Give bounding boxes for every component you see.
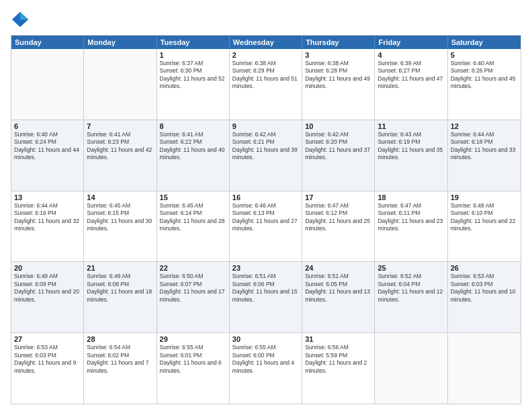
day-number: 18 xyxy=(378,193,444,201)
logo xyxy=(11,11,32,30)
cal-cell: 2Sunrise: 6:38 AMSunset: 6:29 PMDaylight… xyxy=(230,49,302,120)
cell-detail: Sunrise: 6:46 AMSunset: 6:13 PMDaylight:… xyxy=(232,202,299,233)
day-number: 1 xyxy=(160,51,226,59)
day-number: 14 xyxy=(87,193,153,201)
day-number: 13 xyxy=(14,193,81,201)
day-number: 29 xyxy=(160,335,226,343)
day-number: 5 xyxy=(451,51,518,59)
cell-detail: Sunrise: 6:52 AMSunset: 6:04 PMDaylight:… xyxy=(378,273,444,304)
cell-detail: Sunrise: 6:45 AMSunset: 6:15 PMDaylight:… xyxy=(87,202,153,233)
svg-marker-1 xyxy=(20,12,28,19)
cal-header-day: Friday xyxy=(375,36,447,49)
cal-cell: 4Sunrise: 6:39 AMSunset: 6:27 PMDaylight… xyxy=(375,49,447,120)
cal-cell: 20Sunrise: 6:49 AMSunset: 6:09 PMDayligh… xyxy=(11,262,84,332)
cal-cell: 15Sunrise: 6:45 AMSunset: 6:14 PMDayligh… xyxy=(157,191,230,262)
calendar-header: SundayMondayTuesdayWednesdayThursdayFrid… xyxy=(11,36,521,49)
day-number: 6 xyxy=(14,122,81,130)
cal-cell: 28Sunrise: 6:54 AMSunset: 6:02 PMDayligh… xyxy=(84,333,157,404)
cal-row: 6Sunrise: 6:40 AMSunset: 6:24 PMDaylight… xyxy=(11,120,521,191)
cal-header-day: Thursday xyxy=(302,36,375,49)
day-number: 9 xyxy=(232,122,299,130)
calendar-body: 1Sunrise: 6:37 AMSunset: 6:30 PMDaylight… xyxy=(11,49,521,404)
day-number: 30 xyxy=(232,335,299,343)
cal-cell xyxy=(375,333,447,404)
day-number: 17 xyxy=(305,193,371,201)
cell-detail: Sunrise: 6:43 AMSunset: 6:19 PMDaylight:… xyxy=(378,131,444,162)
cal-cell: 19Sunrise: 6:48 AMSunset: 6:10 PMDayligh… xyxy=(448,191,521,262)
cell-detail: Sunrise: 6:48 AMSunset: 6:10 PMDaylight:… xyxy=(451,202,518,233)
cell-detail: Sunrise: 6:54 AMSunset: 6:02 PMDaylight:… xyxy=(87,344,153,375)
cal-cell: 17Sunrise: 6:47 AMSunset: 6:12 PMDayligh… xyxy=(302,191,375,262)
cell-detail: Sunrise: 6:37 AMSunset: 6:30 PMDaylight:… xyxy=(160,60,226,91)
cal-cell xyxy=(11,49,84,120)
cal-header-day: Sunday xyxy=(11,36,84,49)
day-number: 22 xyxy=(160,264,226,272)
cal-cell: 12Sunrise: 6:44 AMSunset: 6:18 PMDayligh… xyxy=(448,120,521,191)
cal-cell: 9Sunrise: 6:42 AMSunset: 6:21 PMDaylight… xyxy=(230,120,302,191)
day-number: 26 xyxy=(451,264,518,272)
day-number: 28 xyxy=(87,335,153,343)
cal-cell: 25Sunrise: 6:52 AMSunset: 6:04 PMDayligh… xyxy=(375,262,447,332)
cal-cell: 11Sunrise: 6:43 AMSunset: 6:19 PMDayligh… xyxy=(375,120,447,191)
cell-detail: Sunrise: 6:38 AMSunset: 6:28 PMDaylight:… xyxy=(305,60,371,91)
cell-detail: Sunrise: 6:40 AMSunset: 6:24 PMDaylight:… xyxy=(14,131,81,162)
day-number: 24 xyxy=(305,264,371,272)
cal-header-day: Monday xyxy=(84,36,157,49)
day-number: 10 xyxy=(305,122,371,130)
cal-cell: 26Sunrise: 6:53 AMSunset: 6:03 PMDayligh… xyxy=(448,262,521,332)
cell-detail: Sunrise: 6:41 AMSunset: 6:23 PMDaylight:… xyxy=(87,131,153,162)
day-number: 19 xyxy=(451,193,518,201)
cal-row: 27Sunrise: 6:53 AMSunset: 6:03 PMDayligh… xyxy=(11,332,521,404)
page: SundayMondayTuesdayWednesdayThursdayFrid… xyxy=(0,0,532,411)
cal-cell xyxy=(448,333,521,404)
day-number: 12 xyxy=(451,122,518,130)
cell-detail: Sunrise: 6:42 AMSunset: 6:20 PMDaylight:… xyxy=(305,131,371,162)
day-number: 20 xyxy=(14,264,81,272)
cell-detail: Sunrise: 6:47 AMSunset: 6:11 PMDaylight:… xyxy=(378,202,444,233)
cal-header-day: Wednesday xyxy=(230,36,302,49)
cell-detail: Sunrise: 6:51 AMSunset: 6:05 PMDaylight:… xyxy=(305,273,371,304)
cal-cell: 10Sunrise: 6:42 AMSunset: 6:20 PMDayligh… xyxy=(302,120,375,191)
cal-row: 20Sunrise: 6:49 AMSunset: 6:09 PMDayligh… xyxy=(11,261,521,332)
cell-detail: Sunrise: 6:53 AMSunset: 6:03 PMDaylight:… xyxy=(14,344,81,375)
cell-detail: Sunrise: 6:38 AMSunset: 6:29 PMDaylight:… xyxy=(232,60,299,91)
day-number: 31 xyxy=(305,335,371,343)
day-number: 11 xyxy=(378,122,444,130)
cal-row: 13Sunrise: 6:44 AMSunset: 6:16 PMDayligh… xyxy=(11,191,521,262)
cell-detail: Sunrise: 6:51 AMSunset: 6:06 PMDaylight:… xyxy=(232,273,299,304)
cell-detail: Sunrise: 6:47 AMSunset: 6:12 PMDaylight:… xyxy=(305,202,371,233)
header xyxy=(11,11,521,30)
day-number: 4 xyxy=(378,51,444,59)
cell-detail: Sunrise: 6:40 AMSunset: 6:26 PMDaylight:… xyxy=(451,60,518,91)
cell-detail: Sunrise: 6:44 AMSunset: 6:18 PMDaylight:… xyxy=(451,131,518,162)
cal-cell: 5Sunrise: 6:40 AMSunset: 6:26 PMDaylight… xyxy=(448,49,521,120)
cell-detail: Sunrise: 6:45 AMSunset: 6:14 PMDaylight:… xyxy=(160,202,226,233)
cell-detail: Sunrise: 6:55 AMSunset: 6:00 PMDaylight:… xyxy=(232,344,299,375)
cal-cell: 3Sunrise: 6:38 AMSunset: 6:28 PMDaylight… xyxy=(302,49,375,120)
day-number: 25 xyxy=(378,264,444,272)
cal-cell: 21Sunrise: 6:49 AMSunset: 6:08 PMDayligh… xyxy=(84,262,157,332)
cal-cell: 27Sunrise: 6:53 AMSunset: 6:03 PMDayligh… xyxy=(11,333,84,404)
cal-cell: 23Sunrise: 6:51 AMSunset: 6:06 PMDayligh… xyxy=(230,262,302,332)
cell-detail: Sunrise: 6:42 AMSunset: 6:21 PMDaylight:… xyxy=(232,131,299,162)
cal-header-day: Tuesday xyxy=(157,36,230,49)
day-number: 23 xyxy=(232,264,299,272)
day-number: 3 xyxy=(305,51,371,59)
day-number: 27 xyxy=(14,335,81,343)
cal-header-day: Saturday xyxy=(448,36,521,49)
calendar: SundayMondayTuesdayWednesdayThursdayFrid… xyxy=(11,35,521,404)
day-number: 21 xyxy=(87,264,153,272)
cal-cell: 13Sunrise: 6:44 AMSunset: 6:16 PMDayligh… xyxy=(11,191,84,262)
cal-cell: 8Sunrise: 6:41 AMSunset: 6:22 PMDaylight… xyxy=(157,120,230,191)
cell-detail: Sunrise: 6:44 AMSunset: 6:16 PMDaylight:… xyxy=(14,202,81,233)
cal-cell: 18Sunrise: 6:47 AMSunset: 6:11 PMDayligh… xyxy=(375,191,447,262)
logo-icon xyxy=(11,11,30,30)
cal-cell: 22Sunrise: 6:50 AMSunset: 6:07 PMDayligh… xyxy=(157,262,230,332)
cal-cell: 6Sunrise: 6:40 AMSunset: 6:24 PMDaylight… xyxy=(11,120,84,191)
cell-detail: Sunrise: 6:49 AMSunset: 6:08 PMDaylight:… xyxy=(87,273,153,304)
day-number: 15 xyxy=(160,193,226,201)
cell-detail: Sunrise: 6:56 AMSunset: 5:59 PMDaylight:… xyxy=(305,344,371,375)
cal-cell: 24Sunrise: 6:51 AMSunset: 6:05 PMDayligh… xyxy=(302,262,375,332)
cal-cell: 29Sunrise: 6:55 AMSunset: 6:01 PMDayligh… xyxy=(157,333,230,404)
day-number: 8 xyxy=(160,122,226,130)
